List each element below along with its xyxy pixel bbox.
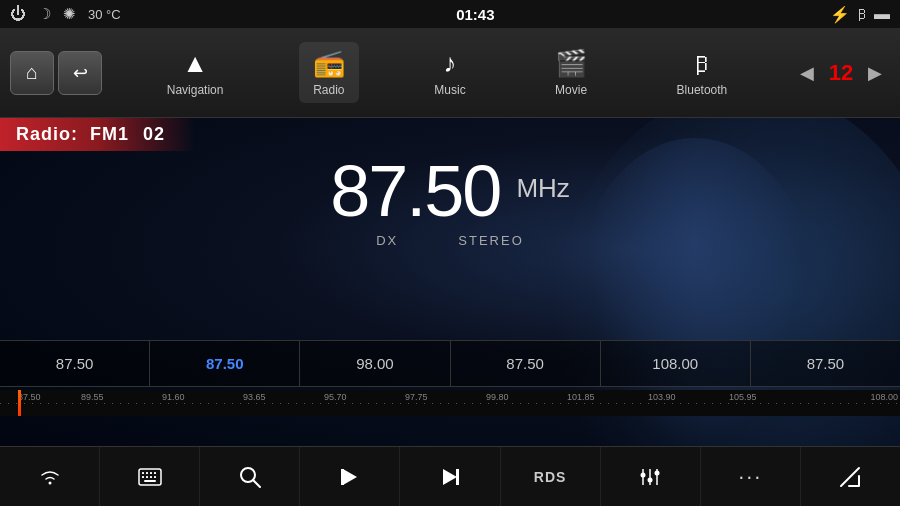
- svg-rect-6: [142, 476, 144, 478]
- preset-4[interactable]: 87.50: [451, 341, 601, 386]
- scale-marker-6: 99.80: [486, 392, 509, 402]
- svg-point-22: [655, 470, 660, 475]
- svg-rect-5: [154, 472, 156, 474]
- stereo-label: STEREO: [458, 233, 523, 248]
- scale-marker-9: 105.95: [729, 392, 757, 402]
- temperature-display: 30 °C: [88, 7, 121, 22]
- scale-marker-4: 95.70: [324, 392, 347, 402]
- rds-label: RDS: [534, 469, 567, 485]
- moon-icon: ☽: [38, 5, 51, 23]
- radio-label: Radio: FM1 02: [0, 118, 195, 151]
- brightness-icon: ✺: [63, 5, 76, 23]
- nav-label-movie: Movie: [555, 83, 587, 97]
- preset-2[interactable]: 87.50: [150, 341, 300, 386]
- more-dots-label: ···: [738, 464, 762, 490]
- scale-marker-2: 91.60: [162, 392, 185, 402]
- svg-point-18: [641, 472, 646, 477]
- svg-point-20: [648, 477, 653, 482]
- window-icon: ▬: [874, 5, 890, 23]
- wifi-icon: [39, 468, 61, 486]
- preset-6[interactable]: 87.50: [751, 341, 900, 386]
- nav-right: ◀ 12 ▶: [782, 55, 900, 91]
- eq-button[interactable]: [601, 447, 701, 506]
- search-button[interactable]: [200, 447, 300, 506]
- usb-icon: ⚡: [830, 5, 850, 24]
- current-frequency-marker: [18, 390, 21, 416]
- nav-label-radio: Radio: [313, 83, 344, 97]
- radio-channel: 02: [143, 124, 165, 144]
- next-icon: [439, 466, 461, 488]
- home-button[interactable]: ⌂: [10, 51, 54, 95]
- wifi-button[interactable]: [0, 447, 100, 506]
- rds-button[interactable]: RDS: [501, 447, 601, 506]
- svg-point-0: [48, 481, 51, 484]
- scale-inner: 87.50 89.55 91.60 93.65 95.70 97.75 99.8…: [0, 390, 900, 416]
- svg-rect-7: [146, 476, 148, 478]
- next-button[interactable]: [400, 447, 500, 506]
- nav-item-navigation[interactable]: ▲ Navigation: [153, 42, 238, 103]
- svg-rect-10: [144, 480, 156, 482]
- bluetooth-status-icon: Ꞵ: [858, 5, 866, 23]
- status-left: ⏻ ☽ ✺ 30 °C: [10, 5, 121, 23]
- frequency-value: 87.50: [330, 155, 500, 227]
- channel-prev-button[interactable]: ◀: [792, 55, 822, 91]
- svg-marker-13: [343, 469, 357, 485]
- nav-item-bluetooth[interactable]: Ꞵ Bluetooth: [663, 42, 742, 103]
- svg-rect-2: [142, 472, 144, 474]
- exit-button[interactable]: [801, 447, 900, 506]
- preset-5[interactable]: 108.00: [601, 341, 751, 386]
- preset-1[interactable]: 87.50: [0, 341, 150, 386]
- scale-marker-7: 101.85: [567, 392, 595, 402]
- nav-label-music: Music: [434, 83, 465, 97]
- svg-rect-16: [456, 469, 459, 485]
- status-bar: ⏻ ☽ ✺ 30 °C 01:43 ⚡ Ꞵ ▬: [0, 0, 900, 28]
- radio-mode-text: Radio:: [16, 124, 78, 144]
- svg-rect-14: [341, 469, 344, 485]
- power-icon: ⏻: [10, 5, 26, 23]
- prev-button[interactable]: [300, 447, 400, 506]
- radio-band: FM1: [90, 124, 129, 144]
- navigation-icon: ▲: [182, 48, 208, 79]
- svg-line-23: [841, 468, 859, 486]
- frequency-display: 87.50 MHz DX STEREO: [0, 155, 900, 248]
- svg-rect-3: [146, 472, 148, 474]
- search-icon: [239, 466, 261, 488]
- back-button[interactable]: ↩: [58, 51, 102, 95]
- svg-rect-9: [154, 476, 156, 478]
- scale-marker-10: 108.00: [870, 392, 898, 402]
- nav-label-navigation: Navigation: [167, 83, 224, 97]
- movie-icon: 🎬: [555, 48, 587, 79]
- status-right: ⚡ Ꞵ ▬: [830, 5, 890, 24]
- svg-line-12: [253, 480, 260, 487]
- scale-ticks: [0, 403, 900, 404]
- svg-rect-8: [150, 476, 152, 478]
- svg-rect-4: [150, 472, 152, 474]
- nav-bar: ⌂ ↩ ▲ Navigation 📻 Radio ♪ Music 🎬 Movie…: [0, 28, 900, 118]
- nav-left-buttons: ⌂ ↩: [0, 51, 112, 95]
- exit-icon: [839, 466, 861, 488]
- music-icon: ♪: [443, 48, 456, 79]
- preset-3[interactable]: 98.00: [300, 341, 450, 386]
- scale-marker-8: 103.90: [648, 392, 676, 402]
- nav-item-music[interactable]: ♪ Music: [420, 42, 479, 103]
- nav-label-bluetooth: Bluetooth: [677, 83, 728, 97]
- nav-items: ▲ Navigation 📻 Radio ♪ Music 🎬 Movie Ꞵ B…: [112, 42, 782, 103]
- radio-icon: 📻: [313, 48, 345, 79]
- scale-marker-5: 97.75: [405, 392, 428, 402]
- keyboard-button[interactable]: [100, 447, 200, 506]
- scale-marker-3: 93.65: [243, 392, 266, 402]
- scale-marker-0: 87.50: [18, 392, 41, 402]
- bottom-toolbar: RDS ···: [0, 446, 900, 506]
- scale-marker-1: 89.55: [81, 392, 104, 402]
- frequency-scale: 87.50 89.55 91.60 93.65 95.70 97.75 99.8…: [0, 390, 900, 416]
- presets-bar: 87.50 87.50 98.00 87.50 108.00 87.50: [0, 340, 900, 387]
- nav-item-movie[interactable]: 🎬 Movie: [541, 42, 601, 103]
- more-button[interactable]: ···: [701, 447, 801, 506]
- freq-labels: DX STEREO: [376, 233, 524, 248]
- channel-next-button[interactable]: ▶: [860, 55, 890, 91]
- frequency-unit: MHz: [516, 173, 569, 204]
- keyboard-icon: [138, 468, 162, 486]
- prev-icon: [339, 466, 361, 488]
- nav-item-radio[interactable]: 📻 Radio: [299, 42, 359, 103]
- bluetooth-nav-icon: Ꞵ: [695, 48, 708, 79]
